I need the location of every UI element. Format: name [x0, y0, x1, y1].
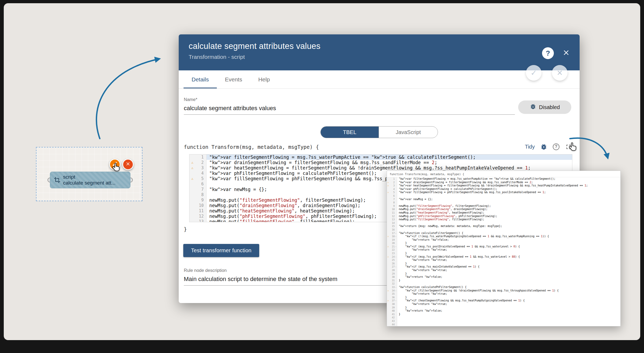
- line-number: 14: [392, 222, 395, 224]
- line-number: 4: [393, 188, 395, 190]
- line-number: 18: [392, 235, 395, 238]
- fold-marker-icon[interactable]: -: [395, 232, 397, 235]
- line-number-gutter: 13: [189, 219, 207, 222]
- script-toolbar: Tidy ?: [525, 141, 572, 152]
- closing-brace: }: [184, 226, 187, 232]
- fold-marker-icon[interactable]: -: [395, 286, 397, 289]
- line-number: 30: [392, 276, 395, 278]
- code-line: 15"kw">return {msg: newMsg, metadata: me…: [387, 225, 620, 228]
- warning-icon: ⚠: [387, 191, 389, 194]
- node-delete-button[interactable]: [122, 159, 134, 170]
- node-edit-button[interactable]: [109, 159, 120, 170]
- line-number: 31: [392, 279, 395, 282]
- dialog-header: calculate segment attributes values Tran…: [179, 34, 580, 70]
- test-transformer-button[interactable]: Test transformer function: [183, 244, 259, 257]
- line-number: 3: [201, 165, 204, 170]
- fold-marker-icon[interactable]: -: [395, 265, 397, 269]
- warning-icon: ⚠: [387, 181, 389, 184]
- warning-icon: ⚠: [191, 160, 193, 165]
- tab-details[interactable]: Details: [184, 70, 217, 88]
- line-number: 7: [393, 198, 395, 201]
- code-line: ⚠24- "kw">if (msg.?ss_poolWeirValveOpene…: [387, 255, 620, 259]
- fold-marker-icon[interactable]: -: [395, 235, 397, 238]
- code-line: 36 }: [387, 296, 620, 299]
- line-number-gutter: 27-: [387, 265, 397, 269]
- code-line: 7"kw">var newMsg = {};: [387, 198, 620, 201]
- name-input[interactable]: calculate segment attributes values: [184, 105, 515, 115]
- debug-disabled-chip[interactable]: Disabled: [518, 100, 571, 114]
- warning-icon: ⚠: [387, 255, 389, 259]
- code-text: "kw">var drainSegmentFlowing = filterSeg…: [397, 181, 620, 184]
- code-line: 28 "kw">return "kw">true;: [387, 269, 620, 272]
- line-number: 9: [393, 205, 395, 207]
- code-text: }: [397, 306, 620, 309]
- debug-chip-label: Disabled: [539, 104, 560, 110]
- line-number-gutter: ⚠2: [387, 181, 397, 184]
- code-line: ⚠34- "kw">if (filterSegmentFlowing && !d…: [387, 289, 620, 293]
- debug-bug-icon[interactable]: [540, 143, 547, 150]
- line-number-gutter: 32: [387, 282, 397, 286]
- line-number-gutter: ⚠3: [387, 184, 397, 188]
- code-text: "kw">var filterSegmentFlowing = msg.?ss_…: [397, 177, 620, 181]
- line-number: 7: [201, 187, 204, 192]
- line-number: 34: [392, 289, 395, 292]
- code-text: "kw">var fillSegmentFlowing = phFilterSe…: [397, 191, 620, 194]
- line-number-gutter: 25: [387, 258, 397, 262]
- line-number-gutter: 6: [189, 181, 207, 187]
- line-number: 6: [393, 194, 395, 197]
- code-text: newMsg.put("fillSegmentFlowing", fillSeg…: [397, 218, 620, 221]
- tab-help[interactable]: Help: [250, 70, 278, 88]
- question-icon: ?: [546, 49, 550, 57]
- code-text: [397, 194, 620, 198]
- code-text: "kw">var phFilterSegmentFlowing = calcul…: [397, 188, 620, 191]
- check-icon: ✓: [530, 69, 537, 77]
- fold-marker-icon[interactable]: -: [395, 245, 397, 248]
- code-line: 1"kw">var filterSegmentFlowing = msg.?ss…: [189, 154, 572, 160]
- line-number: 25: [392, 259, 395, 261]
- line-number-gutter: ⚠37-: [387, 299, 397, 302]
- code-line: 41}: [387, 313, 620, 316]
- discard-changes-button-faded[interactable]: ✕: [552, 65, 568, 81]
- code-text: newMsg.put("phFilterSegmentFlowing", phF…: [397, 215, 620, 218]
- code-text: "kw">var drainSegmentFlowing = filterSeg…: [207, 160, 572, 165]
- script-language-toggle: TBEL JavaScript: [320, 126, 438, 138]
- line-number-gutter: ⚠18-: [387, 235, 397, 238]
- expanded-code-editor[interactable]: 1"kw">var filterSegmentFlowing = msg.?ss…: [387, 177, 620, 326]
- help-button[interactable]: ?: [542, 47, 554, 59]
- tab-events[interactable]: Events: [217, 70, 250, 88]
- line-number-gutter: 39: [387, 306, 397, 309]
- line-number-gutter: 35: [387, 292, 397, 296]
- code-line: 13newMsg.put("fillSegmentFlowing", fillS…: [387, 218, 620, 221]
- expanded-code-panel: function Transform(msg, metadata, msgTyp…: [387, 171, 621, 326]
- script-help-icon[interactable]: ?: [553, 143, 559, 150]
- code-text: }: [397, 279, 620, 282]
- line-number-gutter: 43: [387, 319, 397, 323]
- tidy-button[interactable]: Tidy: [525, 144, 535, 150]
- line-number-gutter: ⚠21-: [387, 245, 397, 248]
- dialog-close-button[interactable]: [561, 48, 572, 59]
- rule-node-script[interactable]: script calculate segment att...: [50, 172, 130, 188]
- line-number-gutter: ⚠34-: [387, 289, 397, 293]
- apply-changes-button-faded[interactable]: ✓: [526, 65, 541, 81]
- code-text: "kw">function calculatePhFilterSegment()…: [397, 286, 620, 289]
- code-text: [397, 221, 620, 225]
- code-text: "kw">return "kw">true;: [397, 269, 620, 272]
- line-number: 20: [392, 242, 395, 244]
- line-number-gutter: 20: [387, 242, 397, 245]
- line-number-gutter: 33-: [387, 286, 397, 289]
- line-number: 24: [392, 255, 395, 258]
- fullscreen-icon[interactable]: [565, 143, 572, 150]
- warning-icon: ⚠: [387, 299, 389, 302]
- line-number-gutter: 4: [387, 188, 397, 191]
- line-number: 27: [392, 265, 395, 268]
- line-number: 43: [392, 320, 395, 322]
- fold-marker-icon[interactable]: -: [395, 255, 397, 259]
- toggle-option-tbel[interactable]: TBEL: [321, 127, 379, 138]
- code-text: }: [397, 242, 620, 245]
- fold-marker-icon[interactable]: -: [395, 299, 397, 302]
- code-line: ⚠21- "kw">if (msg.?ss_poolDrainValveOpen…: [387, 245, 620, 248]
- line-number-gutter: 11: [189, 208, 207, 214]
- fold-marker-icon[interactable]: -: [395, 289, 397, 293]
- transform-icon: [54, 177, 60, 183]
- toggle-option-javascript[interactable]: JavaScript: [379, 127, 438, 138]
